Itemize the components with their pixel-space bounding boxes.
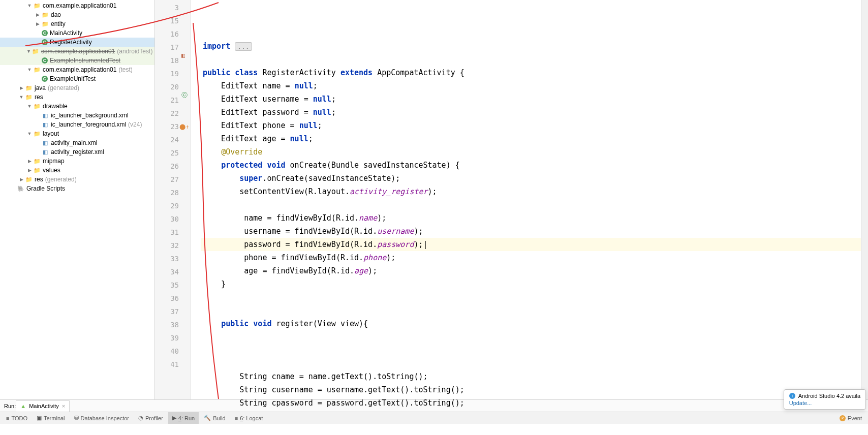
code-line[interactable]: name = findViewById(R.id.name);: [201, 211, 861, 225]
chevron-down-icon[interactable]: [26, 3, 33, 9]
line-number[interactable]: 34: [155, 265, 190, 278]
statusbar-6--logcat[interactable]: ≡6: Logcat: [231, 412, 267, 424]
code-line[interactable]: setContentView(R.layout.activity_registe…: [201, 185, 861, 198]
code-line[interactable]: [201, 330, 861, 344]
code-line[interactable]: String cusername = username.getText().to…: [201, 383, 861, 396]
line-number[interactable]: 29: [155, 199, 190, 212]
tree-item-exampleunittest[interactable]: ExampleUnitTest: [0, 74, 154, 83]
tree-item-activity-main-xml[interactable]: activity_main.xml: [0, 138, 154, 147]
tree-item-mainactivity[interactable]: MainActivity: [0, 28, 154, 38]
tree-item-mipmap[interactable]: mipmap: [0, 157, 154, 166]
code-line[interactable]: [201, 357, 861, 370]
statusbar-profiler[interactable]: ◔Profiler: [134, 412, 167, 424]
tree-item-ic-launcher-background-xml[interactable]: ic_launcher_background.xml: [0, 111, 154, 120]
tree-item-entity[interactable]: entity: [0, 19, 154, 28]
line-number[interactable]: 24: [155, 133, 190, 146]
code-line[interactable]: username = findViewById(R.id.username);: [201, 225, 861, 238]
statusbar-todo[interactable]: ≡TODO: [2, 412, 32, 424]
chevron-down-icon[interactable]: [18, 94, 24, 100]
tree-item-registeractivity[interactable]: RegisterActivity: [0, 38, 154, 47]
tree-item-res[interactable]: res(generated): [0, 175, 154, 184]
code-line[interactable]: public class RegisterActivity extends Ap…: [201, 66, 861, 79]
tree-item-com-example-application01[interactable]: com.example.application01: [0, 1, 154, 10]
chevron-down-icon[interactable]: [26, 48, 31, 54]
code-line[interactable]: String cpassword = password.getText().to…: [201, 396, 861, 410]
line-number[interactable]: 30: [155, 212, 190, 226]
run-tab-main[interactable]: ▲ MainActivity ×: [16, 400, 70, 412]
related-file-icon[interactable]: ◧: [181, 49, 218, 62]
code-line[interactable]: phone = findViewById(R.id.phone);: [201, 251, 861, 264]
code-line[interactable]: }: [201, 277, 861, 291]
tree-label: MainActivity: [50, 29, 82, 37]
project-tree[interactable]: com.example.application01daoentityMainAc…: [0, 0, 155, 399]
tree-item-exampleinstrumentedtest[interactable]: ExampleInstrumentedTest: [0, 56, 154, 65]
code-line[interactable]: EditText username = null;: [201, 92, 861, 106]
chevron-right-icon[interactable]: [18, 85, 24, 91]
line-number[interactable]: 32: [155, 239, 190, 252]
tree-item-values[interactable]: values: [0, 166, 154, 175]
code-line[interactable]: @Override: [201, 145, 861, 159]
line-number[interactable]: 39: [155, 331, 190, 345]
code-line[interactable]: EditText phone = null;: [201, 119, 861, 132]
line-number[interactable]: 35: [155, 278, 190, 292]
code-line[interactable]: EditText age = null;: [201, 132, 861, 145]
code-line[interactable]: EditText name = null;: [201, 79, 861, 92]
line-number[interactable]: 27: [155, 173, 190, 186]
statusbar-build[interactable]: 🔨Build: [200, 412, 229, 424]
tree-item-drawable[interactable]: drawable: [0, 102, 154, 111]
line-number[interactable]: 3: [155, 1, 190, 14]
line-number[interactable]: 38: [155, 318, 190, 331]
tree-item-com-example-application01[interactable]: com.example.application01(androidTest): [0, 47, 154, 56]
statusbar-database-inspector[interactable]: ⛁Database Inspector: [70, 412, 133, 424]
line-number[interactable]: 37: [155, 305, 190, 318]
line-number[interactable]: 25: [155, 146, 190, 160]
update-notification[interactable]: i Android Studio 4.2 availa Update...: [784, 389, 866, 410]
event-log-button[interactable]: 2 Event: [835, 412, 866, 424]
code-line[interactable]: [201, 198, 861, 211]
code-line[interactable]: [201, 304, 861, 317]
code-line[interactable]: [201, 344, 861, 357]
tree-item-ic-launcher-foreground-xml[interactable]: ic_launcher_foreground.xml(v24): [0, 120, 154, 129]
chevron-right-icon[interactable]: [18, 176, 24, 182]
code-line[interactable]: [201, 53, 861, 66]
code-area[interactable]: ◧ ⓒ import ...public class RegisterActiv…: [191, 0, 861, 399]
line-number[interactable]: 36: [155, 292, 190, 305]
line-number[interactable]: 40: [155, 345, 190, 358]
code-line[interactable]: super.onCreate(savedInstanceState);: [201, 172, 861, 185]
code-line[interactable]: password = findViewById(R.id.password);: [201, 238, 861, 251]
tree-item-layout[interactable]: layout: [0, 129, 154, 138]
chevron-right-icon[interactable]: [35, 21, 41, 27]
gutter-icons: ◧ ⓒ: [181, 22, 218, 128]
statusbar-terminal[interactable]: ▣Terminal: [33, 412, 69, 424]
tree-item-res[interactable]: res: [0, 92, 154, 102]
class-icon[interactable]: ⓒ: [181, 88, 218, 102]
chevron-right-icon[interactable]: [35, 12, 41, 18]
code-line[interactable]: age = findViewById(R.id.age);: [201, 264, 861, 277]
code-editor[interactable]: 3151617181920212223⬤↑2425262728293031323…: [155, 0, 868, 399]
tree-item-activity-register-xml[interactable]: activity_register.xml: [0, 147, 154, 157]
tree-item-java[interactable]: java(generated): [0, 83, 154, 92]
chevron-right-icon[interactable]: [26, 158, 33, 164]
close-icon[interactable]: ×: [62, 403, 65, 409]
tree-item-gradle-scripts[interactable]: Gradle Scripts: [0, 184, 154, 193]
chevron-down-icon[interactable]: [26, 67, 33, 73]
line-number[interactable]: 41: [155, 358, 190, 371]
chevron-down-icon[interactable]: [26, 103, 33, 109]
code-line[interactable]: import ...: [201, 40, 861, 53]
code-line[interactable]: public void register(View view){: [201, 317, 861, 330]
code-line[interactable]: String cname = name.getText().toString()…: [201, 370, 861, 383]
line-number[interactable]: 33: [155, 252, 190, 265]
tree-item-com-example-application01[interactable]: com.example.application01(test): [0, 65, 154, 74]
code-line[interactable]: protected void onCreate(Bundle savedInst…: [201, 159, 861, 172]
statusbar-4--run[interactable]: ▶4: Run: [168, 412, 199, 424]
line-number[interactable]: 31: [155, 226, 190, 239]
chevron-right-icon[interactable]: [26, 167, 33, 173]
code-line[interactable]: [201, 291, 861, 304]
chevron-down-icon[interactable]: [26, 131, 33, 137]
line-number[interactable]: 28: [155, 186, 190, 199]
tree-item-dao[interactable]: dao: [0, 10, 154, 19]
editor-scrollbar[interactable]: [861, 0, 868, 399]
line-number[interactable]: 26: [155, 160, 190, 173]
update-link[interactable]: Update...: [789, 400, 860, 406]
code-line[interactable]: EditText password = null;: [201, 106, 861, 119]
